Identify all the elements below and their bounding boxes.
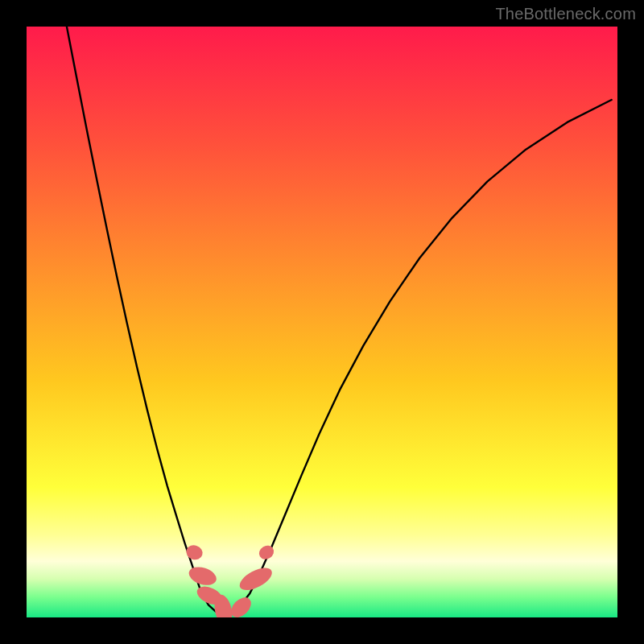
watermark-text: TheBottleneck.com	[495, 5, 636, 23]
plot-area	[27, 27, 617, 617]
chart-svg	[27, 27, 617, 617]
chart-frame: TheBottleneck.com	[0, 0, 644, 644]
gradient-background	[27, 27, 617, 617]
